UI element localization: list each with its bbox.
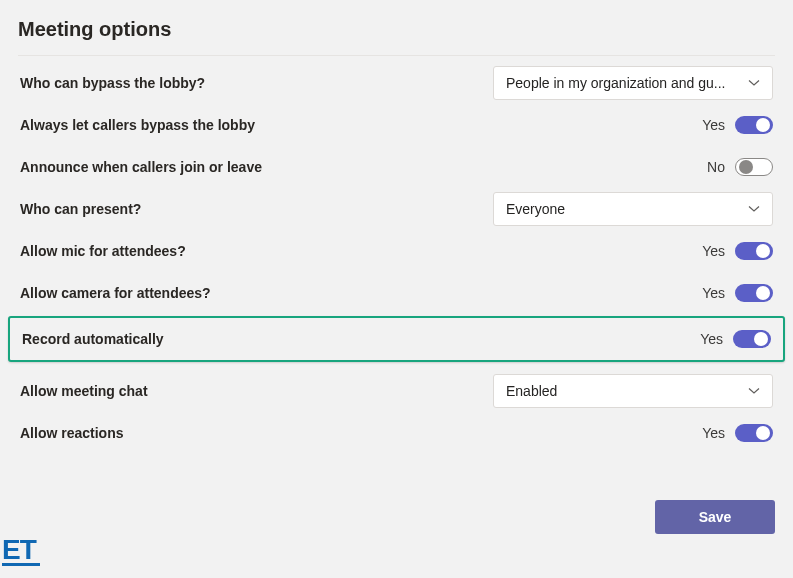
record-auto-toggle[interactable] (733, 330, 771, 348)
option-announce: Announce when callers join or leave No (18, 146, 775, 188)
record-automatically-highlight: Record automatically Yes (8, 316, 785, 362)
option-label: Allow camera for attendees? (20, 285, 211, 301)
toggle-state-text: Yes (702, 117, 725, 133)
option-label: Record automatically (22, 331, 164, 347)
toggle-state-text: No (707, 159, 725, 175)
page-title: Meeting options (18, 18, 775, 41)
chevron-down-icon (748, 77, 760, 89)
option-label: Allow reactions (20, 425, 123, 441)
option-allow-camera: Allow camera for attendees? Yes (18, 272, 775, 314)
select-value: Everyone (506, 201, 565, 217)
watermark-logo: ET (2, 534, 40, 566)
toggle-state-text: Yes (702, 285, 725, 301)
allow-reactions-toggle[interactable] (735, 424, 773, 442)
option-record-auto: Record automatically Yes (20, 318, 773, 360)
callers-bypass-toggle[interactable] (735, 116, 773, 134)
option-label: Allow meeting chat (20, 383, 148, 399)
chevron-down-icon (748, 203, 760, 215)
announce-toggle[interactable] (735, 158, 773, 176)
option-label: Announce when callers join or leave (20, 159, 262, 175)
option-allow-chat: Allow meeting chat Enabled (18, 370, 775, 412)
select-value: Enabled (506, 383, 557, 399)
select-value: People in my organization and gu... (506, 75, 725, 91)
bypass-lobby-select[interactable]: People in my organization and gu... (493, 66, 773, 100)
option-label: Who can bypass the lobby? (20, 75, 205, 91)
option-present: Who can present? Everyone (18, 188, 775, 230)
allow-camera-toggle[interactable] (735, 284, 773, 302)
option-callers-bypass: Always let callers bypass the lobby Yes (18, 104, 775, 146)
save-button[interactable]: Save (655, 500, 775, 534)
present-select[interactable]: Everyone (493, 192, 773, 226)
option-bypass-lobby: Who can bypass the lobby? People in my o… (18, 62, 775, 104)
toggle-state-text: Yes (702, 243, 725, 259)
toggle-state-text: Yes (700, 331, 723, 347)
watermark-text: ET (2, 534, 36, 565)
divider (18, 55, 775, 56)
option-label: Who can present? (20, 201, 141, 217)
option-allow-reactions: Allow reactions Yes (18, 412, 775, 454)
option-allow-mic: Allow mic for attendees? Yes (18, 230, 775, 272)
option-label: Allow mic for attendees? (20, 243, 186, 259)
allow-mic-toggle[interactable] (735, 242, 773, 260)
option-label: Always let callers bypass the lobby (20, 117, 255, 133)
chevron-down-icon (748, 385, 760, 397)
chat-select[interactable]: Enabled (493, 374, 773, 408)
toggle-state-text: Yes (702, 425, 725, 441)
